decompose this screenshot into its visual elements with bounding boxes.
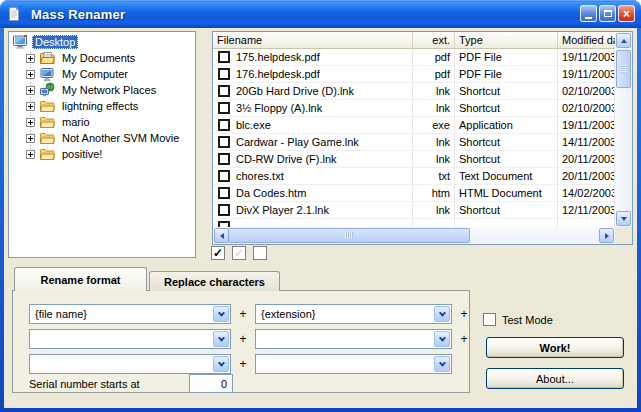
row-checkbox[interactable]	[218, 204, 230, 216]
expand-plus-icon[interactable]	[26, 54, 35, 63]
right-format-combobox[interactable]	[255, 354, 452, 374]
maximize-button[interactable]	[599, 5, 616, 22]
horizontal-scroll-thumb[interactable]	[228, 228, 470, 243]
filename-text: chores.txt	[236, 170, 284, 182]
type-cell: Application	[455, 117, 558, 134]
expand-plus-icon[interactable]	[26, 118, 35, 127]
table-row[interactable]: CD-RW Drive (F).lnklnkShortcut20/11/2003	[213, 151, 615, 168]
column-header[interactable]: Filename	[213, 32, 413, 49]
table-row[interactable]: chores.txttxtText Document20/11/2003	[213, 168, 615, 185]
table-row[interactable]: 175.helpdesk.pdfpdfPDF File19/11/2003	[213, 49, 615, 66]
tree-item[interactable]: My Documents	[9, 50, 195, 66]
filename-text: 20Gb Hard Drive (D).lnk	[236, 85, 354, 97]
table-row[interactable]: DivX Player 2.1.lnklnkShortcut12/11/2003	[213, 202, 615, 219]
scroll-left-button[interactable]	[214, 228, 229, 243]
tree-item-label[interactable]: mario	[59, 115, 93, 129]
expand-plus-icon[interactable]	[26, 150, 35, 159]
folder-icon	[39, 98, 55, 114]
arrow-right-icon	[605, 233, 609, 239]
tree-item[interactable]: Not Another SVM Movie	[9, 130, 195, 146]
filename-text: blc.exe	[236, 119, 271, 131]
column-header[interactable]: ext.	[413, 32, 455, 49]
tree-item-label[interactable]: Not Another SVM Movie	[59, 131, 182, 145]
tree-item-desktop[interactable]: Desktop	[9, 34, 195, 50]
ext-cell: pdf	[413, 49, 455, 66]
table-row[interactable]: 176.helpdesk.pdfpdfPDF File19/11/2003	[213, 66, 615, 83]
tree-item-label[interactable]: My Computer	[59, 67, 131, 81]
combobox-dropdown-button[interactable]	[213, 356, 229, 372]
uncheck-all-checkbox[interactable]	[253, 246, 267, 260]
folder-tree[interactable]: Desktop My DocumentsMy ComputerMy Networ…	[8, 31, 196, 258]
table-row[interactable]: blc.exeexeApplication19/11/2003	[213, 117, 615, 134]
check-all-checkbox[interactable]: ✓	[211, 246, 225, 260]
close-button[interactable]: ×	[618, 5, 635, 22]
right-format-combobox[interactable]	[255, 329, 452, 349]
vertical-scroll-thumb[interactable]	[616, 50, 631, 88]
left-format-combobox[interactable]	[29, 354, 231, 374]
ext-cell: htm	[413, 185, 455, 202]
tree-item-label[interactable]: Desktop	[32, 35, 78, 49]
left-format-combobox[interactable]: {file name}	[29, 304, 231, 324]
left-format-combobox[interactable]	[29, 329, 231, 349]
client-area: Desktop My DocumentsMy ComputerMy Networ…	[4, 28, 637, 408]
table-row-partial[interactable]	[213, 219, 615, 227]
combobox-dropdown-button[interactable]	[213, 306, 229, 322]
table-row[interactable]: 3½ Floppy (A).lnklnkShortcut02/10/2003	[213, 100, 615, 117]
tree-item-label[interactable]: lightning effects	[59, 99, 141, 113]
filename-cell: Da Codes.htm	[213, 185, 413, 202]
tree-item[interactable]: positive!	[9, 146, 195, 162]
tab-replace-characters[interactable]: Replace characters	[149, 271, 280, 291]
row-checkbox[interactable]	[218, 136, 230, 148]
desktop-icon	[12, 34, 28, 50]
tree-item[interactable]: lightning effects	[9, 98, 195, 114]
table-row[interactable]: Cardwar - Play Game.lnklnkShortcut14/11/…	[213, 134, 615, 151]
filename-text: Cardwar - Play Game.lnk	[236, 136, 359, 148]
scroll-right-button[interactable]	[599, 228, 614, 243]
about-button[interactable]: About...	[486, 368, 624, 389]
expand-plus-icon[interactable]	[26, 86, 35, 95]
table-row[interactable]: Da Codes.htmhtmHTML Document14/02/2003	[213, 185, 615, 202]
right-format-combobox[interactable]: {extension}	[255, 304, 452, 324]
row-checkbox[interactable]	[218, 68, 230, 80]
row-checkbox[interactable]	[218, 85, 230, 97]
tree-item-label[interactable]: My Documents	[59, 51, 138, 65]
horizontal-scrollbar[interactable]	[213, 227, 615, 244]
title-bar[interactable]: Mass Renamer ×	[0, 0, 641, 28]
file-list[interactable]: Filenameext.TypeModified dat 175.helpdes…	[212, 31, 633, 245]
ext-cell: lnk	[413, 134, 455, 151]
row-checkbox[interactable]	[218, 153, 230, 165]
my-computer-icon	[39, 66, 55, 82]
work-button[interactable]: Work!	[486, 337, 624, 358]
check-light-checkbox[interactable]: ✓	[232, 246, 246, 260]
column-header[interactable]: Modified dat	[558, 32, 615, 49]
expand-plus-icon[interactable]	[26, 102, 35, 111]
tree-item[interactable]: mario	[9, 114, 195, 130]
combobox-dropdown-button[interactable]	[434, 306, 450, 322]
tree-item[interactable]: My Computer	[9, 66, 195, 82]
serial-number-input[interactable]: 0	[189, 374, 233, 393]
combobox-dropdown-button[interactable]	[434, 331, 450, 347]
table-row[interactable]: 20Gb Hard Drive (D).lnklnkShortcut02/10/…	[213, 83, 615, 100]
expand-plus-icon[interactable]	[26, 70, 35, 79]
combobox-dropdown-button[interactable]	[213, 331, 229, 347]
my-documents-icon	[39, 50, 55, 66]
vertical-scrollbar[interactable]	[615, 32, 632, 227]
tree-item-label[interactable]: My Network Places	[59, 83, 159, 97]
ext-cell	[413, 219, 455, 227]
scroll-down-button[interactable]	[616, 211, 631, 226]
tree-item[interactable]: My Network Places	[9, 82, 195, 98]
row-checkbox[interactable]	[218, 119, 230, 131]
expand-plus-icon[interactable]	[26, 134, 35, 143]
row-checkbox[interactable]	[218, 187, 230, 199]
test-mode-checkbox[interactable]	[483, 313, 496, 326]
scroll-up-button[interactable]	[616, 33, 631, 48]
tree-item-label[interactable]: positive!	[59, 147, 105, 161]
row-checkbox[interactable]	[218, 170, 230, 182]
minimize-button[interactable]	[580, 5, 597, 22]
tab-rename-format[interactable]: Rename format	[14, 267, 147, 291]
combobox-dropdown-button[interactable]	[434, 356, 450, 372]
column-header[interactable]: Type	[455, 32, 558, 49]
filename-cell: 3½ Floppy (A).lnk	[213, 100, 413, 117]
row-checkbox[interactable]	[218, 102, 230, 114]
row-checkbox[interactable]	[218, 51, 230, 63]
